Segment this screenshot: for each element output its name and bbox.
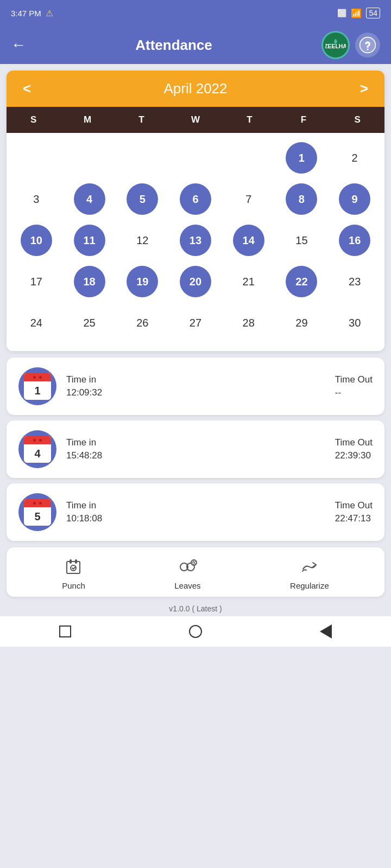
calendar-day-15[interactable]: 15 <box>276 221 327 260</box>
time-in-label: Time in <box>66 437 96 448</box>
svg-rect-4 <box>67 561 80 573</box>
support-icon[interactable] <box>355 33 380 58</box>
calendar-day-16[interactable]: 16 <box>329 221 380 260</box>
svg-point-3 <box>367 48 368 50</box>
status-bar: 3:47 PM ⚠ ⬜ 📶 54 <box>0 0 391 26</box>
time-out-value: 22:47:13 <box>335 513 371 524</box>
calendar-container: < April 2022 > S M T W T F S 12345678910… <box>7 71 384 351</box>
attendance-card-5: 5 Time in 10:18:08 Time Out 22:47:13 <box>7 483 384 541</box>
attendance-info: Time in 15:48:28 Time Out 22:39:30 <box>66 437 373 461</box>
time-in-label: Time in <box>66 374 96 385</box>
next-month-button[interactable]: > <box>355 80 374 97</box>
status-time: 3:47 PM <box>11 9 41 18</box>
back-button[interactable]: ← <box>11 36 26 54</box>
recents-button[interactable] <box>57 623 73 640</box>
calendar-day-25[interactable]: 25 <box>64 303 115 342</box>
calendar-day-2[interactable]: 2 <box>329 138 380 177</box>
calendar-day-empty-3 <box>170 138 221 177</box>
time-in-value: 12:09:32 <box>66 387 102 398</box>
calendar-day-18[interactable]: 18 <box>64 262 115 301</box>
attendance-list: 1 Time in 12:09:32 Time Out -- <box>0 358 391 541</box>
calendar-day-27[interactable]: 27 <box>170 303 221 342</box>
calendar-day-21[interactable]: 21 <box>223 262 274 301</box>
calendar-day-1[interactable]: 1 <box>276 138 327 177</box>
svg-point-7 <box>71 565 76 571</box>
time-out-value: -- <box>335 387 341 398</box>
date-icon: 5 <box>18 493 56 531</box>
page-title: Attendance <box>37 37 311 54</box>
calendar-month-year: April 2022 <box>163 80 227 97</box>
home-button[interactable] <box>187 623 204 640</box>
calendar-day-24[interactable]: 24 <box>11 303 62 342</box>
calendar-day-empty-1 <box>64 138 115 177</box>
calendar-grid: 1234567891011121314151617181920212223242… <box>7 133 384 351</box>
time-in-value: 15:48:28 <box>66 450 102 461</box>
wifi-icon: 📶 <box>351 8 362 18</box>
calendar-day-5[interactable]: 5 <box>117 180 168 219</box>
calendar-day-14[interactable]: 14 <box>223 221 274 260</box>
nav-punch[interactable]: Punch <box>62 556 85 590</box>
header-icons: ZEELHA <box>321 31 380 59</box>
day-header-fri: F <box>276 111 330 129</box>
time-in-block: Time in 12:09:32 <box>66 374 102 398</box>
calendar-day-4[interactable]: 4 <box>64 180 115 219</box>
day-header-sun: S <box>7 111 60 129</box>
time-in-value: 10:18:08 <box>66 513 102 524</box>
calendar-header: < April 2022 > <box>7 71 384 107</box>
battery-icon: 54 <box>366 8 380 18</box>
status-bar-right: ⬜ 📶 54 <box>337 8 380 18</box>
time-in-label: Time in <box>66 500 96 511</box>
calendar-day-17[interactable]: 17 <box>11 262 62 301</box>
nav-regularize[interactable]: Regularize <box>290 556 329 590</box>
calendar-day-26[interactable]: 26 <box>117 303 168 342</box>
punch-label: Punch <box>62 581 85 590</box>
time-out-label: Time Out <box>335 500 373 511</box>
calendar-day-11[interactable]: 11 <box>64 221 115 260</box>
time-in-block: Time in 15:48:28 <box>66 437 102 461</box>
time-out-block: Time Out 22:39:30 <box>335 437 373 461</box>
calendar-day-22[interactable]: 22 <box>276 262 327 301</box>
regularize-label: Regularize <box>290 581 329 590</box>
calendar-day-10[interactable]: 10 <box>11 221 62 260</box>
calendar-day-20[interactable]: 20 <box>170 262 221 301</box>
attendance-card-1: 1 Time in 12:09:32 Time Out -- <box>7 358 384 415</box>
calendar-day-9[interactable]: 9 <box>329 180 380 219</box>
calendar-day-3[interactable]: 3 <box>11 180 62 219</box>
calendar-day-12[interactable]: 12 <box>117 221 168 260</box>
time-out-value: 22:39:30 <box>335 450 371 461</box>
calendar-day-30[interactable]: 30 <box>329 303 380 342</box>
calendar-day-28[interactable]: 28 <box>223 303 274 342</box>
bottom-nav: Punch Leaves Regularize <box>7 547 384 597</box>
calendar-day-29[interactable]: 29 <box>276 303 327 342</box>
attendance-info: Time in 10:18:08 Time Out 22:47:13 <box>66 500 373 524</box>
leaves-label: Leaves <box>174 581 200 590</box>
day-headers: S M T W T F S <box>7 107 384 133</box>
day-header-mon: M <box>60 111 114 129</box>
svg-rect-5 <box>70 559 72 564</box>
attendance-card-4: 4 Time in 15:48:28 Time Out 22:39:30 <box>7 420 384 478</box>
app-header: ← Attendance ZEELHA <box>0 26 391 64</box>
day-header-sat: S <box>331 111 384 129</box>
prev-month-button[interactable]: < <box>17 80 36 97</box>
calendar-day-8[interactable]: 8 <box>276 180 327 219</box>
calendar-day-empty-2 <box>117 138 168 177</box>
calendar-day-7[interactable]: 7 <box>223 180 274 219</box>
calendar-day-19[interactable]: 19 <box>117 262 168 301</box>
calendar-day-13[interactable]: 13 <box>170 221 221 260</box>
leaves-icon <box>176 556 198 578</box>
calendar-day-6[interactable]: 6 <box>170 180 221 219</box>
warning-icon: ⚠ <box>46 8 53 18</box>
back-sys-button[interactable] <box>318 623 334 640</box>
system-nav <box>0 616 391 647</box>
svg-rect-6 <box>75 559 77 564</box>
date-icon: 1 <box>18 367 56 405</box>
status-bar-left: 3:47 PM ⚠ <box>11 8 53 18</box>
svg-text:ZEELHA: ZEELHA <box>325 43 346 49</box>
time-in-block: Time in 10:18:08 <box>66 500 102 524</box>
attendance-info: Time in 12:09:32 Time Out -- <box>66 374 373 398</box>
calendar-day-23[interactable]: 23 <box>329 262 380 301</box>
time-out-label: Time Out <box>335 437 373 448</box>
nav-leaves[interactable]: Leaves <box>174 556 200 590</box>
date-icon: 4 <box>18 430 56 468</box>
screen-icon: ⬜ <box>337 9 346 17</box>
